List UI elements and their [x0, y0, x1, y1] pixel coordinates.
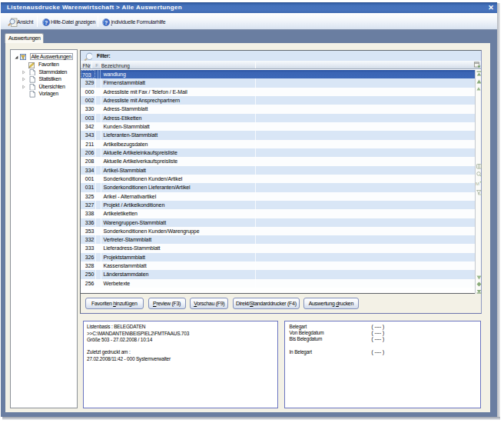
svg-text:M: M: [476, 182, 479, 186]
svg-text:?: ?: [104, 19, 108, 25]
svg-text:?: ?: [45, 19, 48, 25]
